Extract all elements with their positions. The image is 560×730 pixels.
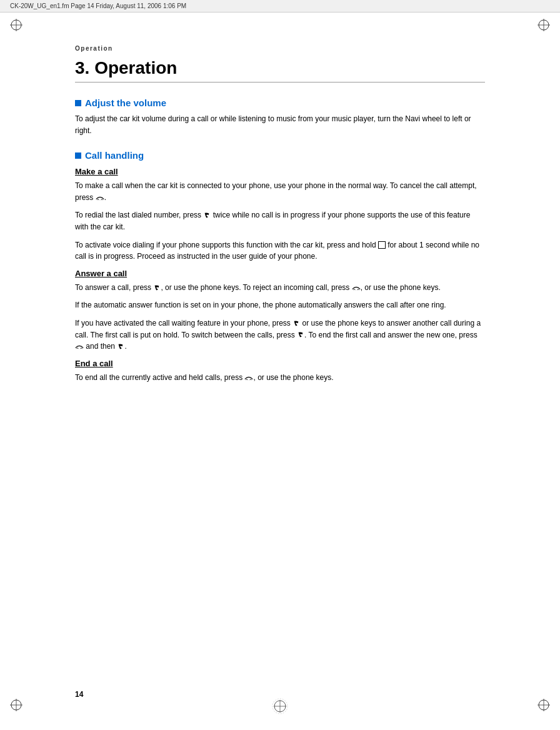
call-icon-5 <box>117 343 124 351</box>
make-a-call-para-1: To make a call when the car kit is conne… <box>75 180 485 203</box>
end-call-icon-2 <box>352 285 361 291</box>
corner-mark-tr <box>532 19 550 36</box>
call-handling-section: Call handling Make a call To make a call… <box>75 150 485 383</box>
bottom-center-mark <box>271 698 289 715</box>
bullet-square-icon <box>75 100 81 106</box>
make-a-call-heading: Make a call <box>75 167 485 176</box>
end-call-icon-1 <box>96 195 104 201</box>
answer-a-call-para-3: If you have activated the call waiting f… <box>75 318 485 352</box>
bullet-square-icon-2 <box>75 152 81 159</box>
adjust-volume-section: Adjust the volume To adjust the car kit … <box>75 98 485 136</box>
adjust-volume-heading: Adjust the volume <box>75 98 485 108</box>
chapter-title: 3. Operation <box>75 58 485 78</box>
answer-a-call-para-1: To answer a call, press , or use the pho… <box>75 282 485 294</box>
call-handling-title: Call handling <box>85 150 144 161</box>
adjust-volume-title: Adjust the volume <box>85 98 166 108</box>
end-call-icon-4 <box>244 375 253 381</box>
doc-header-text: CK-20W_UG_en1.fm Page 14 Friday, August … <box>10 2 186 9</box>
chapter-divider <box>75 82 485 82</box>
section-label: Operation <box>75 45 485 52</box>
end-call-icon-3 <box>75 344 84 350</box>
call-icon-1 <box>203 212 211 219</box>
corner-mark-bl <box>10 694 28 711</box>
call-icon-3 <box>292 320 300 328</box>
end-a-call-subsection: End a call To end all the currently acti… <box>75 359 485 384</box>
answer-a-call-para-2: If the automatic answer function is set … <box>75 299 485 311</box>
corner-mark-br <box>532 694 550 711</box>
call-icon-2 <box>153 284 161 292</box>
make-a-call-para-3: To activate voice dialing if your phone … <box>75 239 485 262</box>
voice-icon <box>378 241 386 249</box>
page-number: 14 <box>75 690 83 699</box>
doc-header: CK-20W_UG_en1.fm Page 14 Friday, August … <box>0 0 560 12</box>
content-area: Operation 3. Operation Adjust the volume… <box>0 12 560 434</box>
chapter-number: 3. <box>75 58 89 78</box>
answer-a-call-heading: Answer a call <box>75 269 485 278</box>
end-a-call-heading: End a call <box>75 359 485 368</box>
corner-mark-tl <box>10 19 28 36</box>
make-a-call-para-2: To redial the last dialed number, press … <box>75 209 485 232</box>
page: CK-20W_UG_en1.fm Page 14 Friday, August … <box>0 0 560 730</box>
make-a-call-subsection: Make a call To make a call when the car … <box>75 167 485 262</box>
end-a-call-para: To end all the currently active and held… <box>75 372 485 384</box>
call-handling-heading: Call handling <box>75 150 485 161</box>
call-icon-4 <box>297 331 304 339</box>
adjust-volume-para: To adjust the car kit volume during a ca… <box>75 113 485 136</box>
svg-rect-16 <box>379 242 385 248</box>
chapter-title-text: Operation <box>94 58 177 78</box>
answer-a-call-subsection: Answer a call To answer a call, press , … <box>75 269 485 352</box>
